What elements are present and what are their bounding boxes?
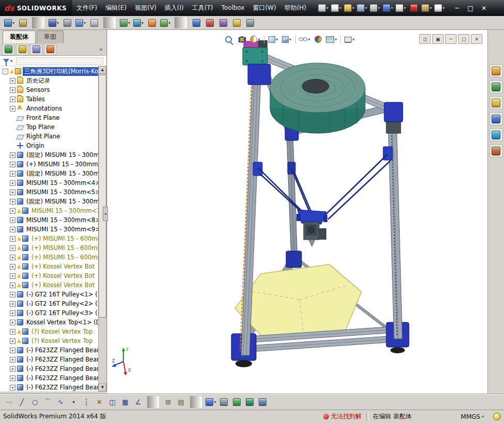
- tree-item-label[interactable]: (固定) MISUMI 15 - 300mm: [25, 197, 98, 206]
- menu-view[interactable]: 视图(V): [131, 0, 161, 16]
- featuremanager-tab-icon[interactable]: [2, 44, 14, 55]
- tree-item-label[interactable]: Top Plane: [25, 123, 56, 131]
- tree-item[interactable]: + (-) F623ZZ Flanged Bear: [0, 373, 98, 383]
- tree-expand-toggle[interactable]: +: [10, 301, 15, 307]
- tower-rear[interactable]: [285, 122, 298, 260]
- tree-item-label[interactable]: (?) Kossel Vertex Top: [30, 337, 94, 345]
- tree-item-label[interactable]: MISUMI 15 - 300mm<8> (D: [25, 216, 98, 224]
- panel-overflow-chevron[interactable]: »: [99, 46, 104, 53]
- tree-item-label[interactable]: Front Plane: [25, 114, 61, 122]
- menu-file[interactable]: 文件(F): [72, 0, 101, 16]
- tree-item-label[interactable]: 三角洲3D打印机(Morris-Kos: [23, 67, 98, 76]
- print-bed[interactable]: [235, 264, 361, 337]
- tree-item[interactable]: + MISUMI 15 - 300mm<7>: [0, 206, 98, 215]
- filament-spool[interactable]: [270, 63, 365, 133]
- view-palette-tab[interactable]: [490, 112, 503, 126]
- view-display-style-button[interactable]: [205, 396, 217, 408]
- tree-item[interactable]: + (-) F623ZZ Flanged Bear: [0, 355, 98, 364]
- minimize-button[interactable]: ─: [450, 3, 464, 14]
- toolbar-overflow[interactable]: ⋯: [3, 396, 15, 408]
- evaluate-table-button[interactable]: [257, 396, 269, 408]
- tree-item[interactable]: + (+) Kossel Vertex Bot: [0, 262, 98, 271]
- tree-expand-toggle[interactable]: +: [10, 236, 15, 242]
- tree-expand-toggle[interactable]: +: [10, 208, 15, 214]
- panel-splitter-handle[interactable]: ◂: [103, 207, 108, 221]
- maximize-button[interactable]: □: [464, 3, 477, 14]
- displaymanager-tab-icon[interactable]: [44, 44, 56, 55]
- close-button[interactable]: ✕: [477, 3, 491, 14]
- document-close-button[interactable]: ✕: [471, 34, 482, 44]
- tree-item[interactable]: + (+) MISUMI 15 - 600mm: [0, 243, 98, 253]
- centerline-tool-button[interactable]: ┆: [81, 396, 92, 408]
- save-icon[interactable]: [356, 3, 368, 13]
- tree-item[interactable]: + (固定) MISUMI 15 - 300mm: [0, 197, 98, 206]
- file-explorer-tab[interactable]: [490, 96, 503, 109]
- tree-item[interactable]: + (-) F623ZZ Flanged Bear: [0, 383, 98, 391]
- tree-item[interactable]: + MISUMI 15 - 300mm<4> (D: [0, 178, 98, 187]
- tree-expand-toggle[interactable]: +: [10, 283, 15, 288]
- tree-item-label[interactable]: (-) F623ZZ Flanged Bear: [25, 365, 98, 373]
- tree-item[interactable]: + Annotations: [0, 104, 98, 113]
- view-wireframe-button[interactable]: [218, 396, 230, 408]
- tree-item-label[interactable]: 历史记录: [25, 76, 52, 85]
- tree-expand-toggle[interactable]: +: [10, 97, 15, 102]
- edit-appearance-button[interactable]: [312, 34, 324, 44]
- tree-item[interactable]: + (固定) MISUMI 15 - 300mm: [0, 169, 98, 178]
- tree-item[interactable]: Right Plane: [0, 132, 98, 141]
- apply-scene-button[interactable]: [325, 34, 338, 44]
- tree-expand-toggle[interactable]: +: [10, 217, 15, 223]
- tree-item-label[interactable]: MISUMI 15 - 300mm<4> (D: [25, 179, 98, 187]
- tree-item[interactable]: Origin: [0, 141, 98, 150]
- tree-item[interactable]: + MISUMI 15 - 300mm<9> (D: [0, 225, 98, 234]
- filter-input[interactable]: [16, 57, 103, 65]
- search-icon[interactable]: [318, 3, 329, 13]
- tree-expand-toggle[interactable]: +: [10, 292, 15, 297]
- circle-tool-button[interactable]: ○: [29, 396, 41, 408]
- solidworks-resources-tab[interactable]: [490, 64, 503, 77]
- tree-item[interactable]: + (-) GT2 16T Pulley<3> (: [0, 308, 98, 318]
- tree-item[interactable]: + (?) Kossel Vertex Top: [0, 336, 98, 346]
- undo-icon[interactable]: [382, 3, 393, 13]
- tree-expand-toggle[interactable]: +: [10, 245, 15, 251]
- viewport-split-left-button[interactable]: ◫: [419, 34, 431, 44]
- smart-fasteners-button[interactable]: [61, 17, 73, 28]
- tree-expand-toggle[interactable]: +: [10, 375, 15, 381]
- tree-expand-toggle[interactable]: +: [10, 385, 15, 390]
- linear-component-pattern-button[interactable]: [48, 17, 60, 28]
- camera-view-button[interactable]: [231, 396, 243, 408]
- print-icon[interactable]: [369, 3, 381, 13]
- tree-item-label[interactable]: (-) GT2 16T Pulley<2> (: [25, 300, 98, 308]
- tree-expand-toggle[interactable]: +: [10, 348, 15, 353]
- tree-item[interactable]: + MISUMI 15 - 300mm<5> (D: [0, 187, 98, 197]
- tree-expand-toggle[interactable]: +: [10, 357, 15, 363]
- tree-expand-toggle[interactable]: +: [10, 320, 15, 325]
- menu-toolbox[interactable]: Toolbox: [217, 0, 248, 16]
- line-tool-button[interactable]: ╱: [16, 396, 28, 408]
- graphics-viewport[interactable]: ◫▣─□✕ Y Z X: [107, 30, 487, 394]
- snap-grid-button[interactable]: ⊞: [162, 396, 174, 408]
- delta-arms-effector[interactable]: [253, 147, 392, 246]
- units-selector[interactable]: MMGS ▾: [461, 413, 484, 420]
- tree-item[interactable]: Front Plane: [0, 113, 98, 122]
- tree-item[interactable]: + (+) MISUMI 15 - 600mm: [0, 234, 98, 243]
- exploded-view-button[interactable]: [190, 17, 202, 28]
- tree-expand-toggle[interactable]: +: [10, 78, 15, 84]
- design-library-tab[interactable]: [490, 80, 503, 93]
- tower-right[interactable]: [388, 107, 402, 339]
- display-style-button[interactable]: [280, 34, 293, 44]
- tree-item[interactable]: + (-) GT2 16T Pulley<2> (: [0, 299, 98, 308]
- tree-item[interactable]: + Kossel Vertex Top<1> (D: [0, 318, 98, 327]
- explode-line-sketch-button[interactable]: [203, 17, 216, 28]
- tree-item[interactable]: Top Plane: [0, 122, 98, 132]
- tree-expand-toggle[interactable]: +: [10, 255, 15, 260]
- tree-item[interactable]: + Sensors: [0, 85, 98, 95]
- tree-expand-toggle[interactable]: +: [10, 87, 15, 93]
- show-hidden-components-button[interactable]: [88, 17, 100, 28]
- select-icon[interactable]: [395, 3, 406, 13]
- tree-item-label[interactable]: (固定) MISUMI 15 - 300mm: [25, 169, 98, 178]
- tree-expand-toggle[interactable]: +: [10, 366, 15, 372]
- tree-item-label[interactable]: Origin: [25, 142, 46, 150]
- tree-item-label[interactable]: Kossel Vertex Top<1> (D: [25, 318, 98, 326]
- mass-properties-button[interactable]: [244, 17, 256, 28]
- scrollbar-thumb[interactable]: [99, 75, 106, 318]
